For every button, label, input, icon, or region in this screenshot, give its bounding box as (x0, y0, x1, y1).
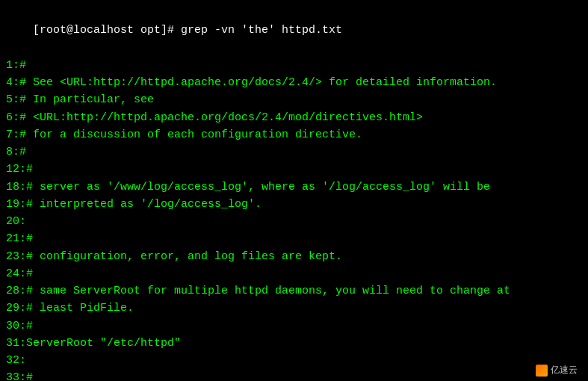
watermark-text: 亿速云 (551, 364, 578, 377)
line-number: 20 (6, 215, 19, 228)
prompt-line: [root@localhost opt]# grep -vn 'the' htt… (6, 4, 582, 57)
table-row: 8:# (6, 143, 582, 161)
line-number: 6 (6, 111, 13, 124)
line-content: :# configuration, error, and log files a… (19, 250, 342, 263)
line-content: :# least PidFile. (19, 302, 134, 315)
table-row: 7:# for a discussion of each configurati… (6, 126, 582, 143)
watermark-icon (536, 365, 548, 377)
line-number: 30 (6, 320, 19, 332)
table-row: 29:# least PidFile. (6, 300, 582, 317)
line-number: 33 (6, 371, 19, 381)
line-content: :# server as '/www/log/access_log', wher… (19, 181, 490, 193)
output-lines: 1:#4:# See <URL:http://httpd.apache.org/… (6, 57, 582, 381)
line-number: 8 (6, 146, 13, 158)
table-row: 30:# (6, 318, 582, 335)
line-content: :# (19, 163, 33, 176)
table-row: 12:# (6, 161, 582, 178)
table-row: 23:# configuration, error, and log files… (6, 248, 582, 265)
table-row: 32: (6, 352, 582, 369)
table-row: 31:ServerRoot "/etc/httpd" (6, 335, 582, 352)
line-content: :# See <URL:http://httpd.apache.org/docs… (13, 76, 497, 89)
line-content: :# (19, 267, 33, 280)
line-content: :# In particular, see (13, 93, 154, 106)
table-row: 28:# same ServerRoot for multiple httpd … (6, 282, 582, 300)
table-row: 1:# (6, 57, 582, 74)
table-row: 5:# In particular, see (6, 91, 582, 108)
line-number: 7 (6, 128, 13, 141)
line-number: 24 (6, 267, 19, 280)
table-row: 19:# interpreted as '/log/access_log'. (6, 196, 582, 213)
line-content: :# (13, 146, 26, 158)
line-number: 32 (6, 354, 19, 367)
line-content: :# interpreted as '/log/access_log'. (19, 198, 261, 211)
line-content: :# (19, 320, 33, 332)
line-number: 18 (6, 181, 19, 193)
line-number: 19 (6, 198, 19, 211)
table-row: 24:# (6, 265, 582, 282)
line-content: :# same ServerRoot for multiple httpd da… (19, 285, 510, 297)
table-row: 20: (6, 213, 582, 230)
line-content: :# for a discussion of each configuratio… (13, 128, 362, 141)
terminal-window: [root@localhost opt]# grep -vn 'the' htt… (0, 0, 588, 381)
line-number: 21 (6, 232, 19, 245)
line-number: 1 (6, 59, 13, 72)
table-row: 4:# See <URL:http://httpd.apache.org/doc… (6, 74, 582, 91)
line-content: : (19, 354, 26, 367)
watermark: 亿速云 (531, 362, 582, 378)
line-number: 28 (6, 285, 19, 297)
line-content: :ServerRoot "/etc/httpd" (19, 337, 181, 350)
table-row: 21:# (6, 230, 582, 247)
line-number: 4 (6, 76, 13, 89)
prompt-text: [root@localhost opt]# grep -vn 'the' htt… (33, 24, 342, 37)
line-number: 29 (6, 302, 19, 315)
table-row: 33:# (6, 369, 582, 381)
line-number: 12 (6, 163, 19, 176)
line-content: : (19, 215, 26, 228)
line-content: :# <URL:http://httpd.apache.org/docs/2.4… (13, 111, 423, 124)
line-content: :# (19, 371, 33, 381)
line-number: 23 (6, 250, 19, 263)
table-row: 6:# <URL:http://httpd.apache.org/docs/2.… (6, 109, 582, 126)
line-number: 31 (6, 337, 19, 350)
line-number: 5 (6, 93, 13, 106)
table-row: 18:# server as '/www/log/access_log', wh… (6, 179, 582, 196)
line-content: :# (19, 232, 33, 245)
line-content: :# (13, 59, 26, 72)
